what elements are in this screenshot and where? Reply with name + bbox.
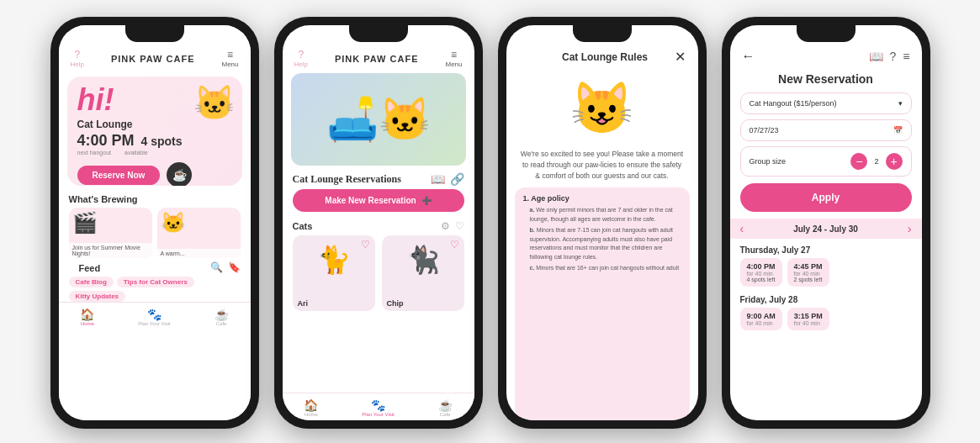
p2-room-image: 🛋️🐱 xyxy=(291,73,466,166)
p1-cats-decoration: 🐱 xyxy=(193,83,236,123)
book-icon: 📖 xyxy=(431,172,445,186)
phone-1: ? Help PINK PAW CAFE ≡ Menu 🐱 hi! Cat Lo… xyxy=(50,17,259,429)
p1-spots: 4 spots xyxy=(141,134,183,148)
slot-fri-2[interactable]: 3:15 PM for 40 min xyxy=(787,308,829,330)
thursday-slots: 4:00 PM for 40 min 4 spots left 4:45 PM … xyxy=(740,258,912,287)
p2-cats-header: Cats ⚙ ♡ xyxy=(283,219,474,235)
tag-tips[interactable]: Tips for Cat Owners xyxy=(117,277,194,287)
p1-brewing-title: What's Brewing xyxy=(59,189,251,208)
p4-thursday-section: Thursday, July 27 4:00 PM for 40 min 4 s… xyxy=(730,242,922,292)
cat-ari-name: Ari xyxy=(298,299,309,308)
p1-help: ? Help xyxy=(71,49,84,68)
p1-reserve-row: Reserve Now ☕ xyxy=(77,162,232,186)
p4-new-reservation-title: New Reservation xyxy=(730,69,922,92)
slot-thu-2[interactable]: 4:45 PM for 40 min 2 spots left xyxy=(787,258,829,287)
group-size-value: 2 xyxy=(874,157,878,166)
p4-friday-section: Friday, July 28 9:00 AM for 40 min 3:15 … xyxy=(730,292,922,335)
brewing-card-1: 🎬 Join us for Summer Movie Nights! xyxy=(69,208,152,258)
p2-nav-plan[interactable]: 🐾 Plan Your Visit xyxy=(362,398,395,417)
p2-title: PINK PAW CAFE xyxy=(335,54,419,64)
p1-hero: 🐱 hi! Cat Lounge 4:00 PM 4 spots next ha… xyxy=(67,76,242,186)
calendar-icon: 📅 xyxy=(893,126,903,134)
phone-4: ← 📖 ? ≡ New Reservation Cat Hangout ($15… xyxy=(722,17,930,429)
p1-nav-cafe[interactable]: ☕ Cafe xyxy=(215,308,229,326)
p2-cats-grid: 🐈 ♡ Ari 🐈‍⬛ ♡ Chip xyxy=(283,235,474,311)
make-new-reservation-button[interactable]: Make New Reservation ➕ xyxy=(293,189,464,212)
search-icon[interactable]: 🔍 xyxy=(210,261,223,273)
chevron-down-icon: ▾ xyxy=(898,99,903,108)
p4-header-icons: 📖 ? ≡ xyxy=(869,50,910,63)
p3-rule-c: c. Minors that are 16+ can join cat hang… xyxy=(530,264,681,273)
p4-date-field[interactable]: 07/27/23 📅 xyxy=(740,119,912,141)
p1-sub1: next hangout xyxy=(77,150,111,156)
p3-rules-section: 1. Age policy a. We only permit minors t… xyxy=(515,187,690,420)
home-icon-2: 🏠 xyxy=(304,398,318,412)
menu-icon-p4[interactable]: ≡ xyxy=(903,50,909,63)
home-icon: 🏠 xyxy=(80,308,94,321)
next-week-button[interactable]: › xyxy=(908,222,912,235)
p2-cats-icons: ⚙ ♡ xyxy=(441,220,464,232)
phones-container: ? Help PINK PAW CAFE ≡ Menu 🐱 hi! Cat Lo… xyxy=(34,0,947,443)
slot-fri-1[interactable]: 9:00 AM for 40 min xyxy=(740,308,782,330)
plus-icon: ➕ xyxy=(421,196,432,205)
p1-menu: ≡ Menu xyxy=(221,49,238,68)
cat-card-chip[interactable]: 🐈‍⬛ ♡ Chip xyxy=(382,235,464,311)
bookmark-icon[interactable]: 🔖 xyxy=(228,261,241,273)
cafe-icon-2: ☕ xyxy=(438,398,453,412)
cafe-nav-icon: ☕ xyxy=(215,308,229,321)
p2-bottom-nav: 🏠 Home 🐾 Plan Your Visit ☕ Cafe xyxy=(283,393,474,420)
reserve-now-button[interactable]: Reserve Now xyxy=(77,166,161,185)
slot-thu-1[interactable]: 4:00 PM for 40 min 4 spots left xyxy=(740,258,782,287)
p1-feed-tags: Cafe Blog Tips for Cat Owners Kitty Upda… xyxy=(59,277,251,302)
p2-cats-label: Cats xyxy=(293,221,313,231)
cat-chip-image: 🐈‍⬛ xyxy=(406,244,440,276)
filter-icon[interactable]: ⚙ xyxy=(441,220,450,232)
p2-menu: ≡ Menu xyxy=(445,49,462,68)
p1-time: 4:00 PM xyxy=(77,132,135,150)
p1-feed-row: Feed 🔍 🔖 xyxy=(59,258,251,277)
p4-group-size-field: Group size − 2 + xyxy=(740,146,912,177)
thursday-label: Thursday, July 27 xyxy=(740,245,912,255)
p2-section-icons: 📖 🔗 xyxy=(431,172,464,186)
increment-button[interactable]: + xyxy=(886,153,903,170)
p2-nav-cafe[interactable]: ☕ Cafe xyxy=(438,398,453,417)
share-icon: 🔗 xyxy=(450,172,464,186)
p1-time-row: 4:00 PM 4 spots xyxy=(77,132,232,150)
prev-week-button[interactable]: ‹ xyxy=(740,222,744,235)
notch-1 xyxy=(125,25,184,42)
cat-ari-image: 🐈 xyxy=(317,244,351,276)
p2-nav-home[interactable]: 🏠 Home xyxy=(304,398,318,417)
help-icon-p4[interactable]: ? xyxy=(890,50,897,63)
group-size-stepper: − 2 + xyxy=(850,153,902,170)
p1-nav-plan[interactable]: 🐾 Plan Your Visit xyxy=(138,308,171,326)
phone-3: Cat Lounge Rules ✕ 😺 We're so excited to… xyxy=(498,17,707,429)
cat-chip-heart[interactable]: ♡ xyxy=(450,239,459,251)
close-button[interactable]: ✕ xyxy=(675,49,686,65)
back-button[interactable]: ← xyxy=(742,49,755,64)
p3-rule-title-age: 1. Age policy xyxy=(523,194,681,203)
tag-cafe-blog[interactable]: Cafe Blog xyxy=(69,277,114,287)
cat-chip-name: Chip xyxy=(387,299,404,308)
p1-feed-title: Feed xyxy=(69,260,111,275)
brewing-card-2: 🐱 A warm... xyxy=(157,208,241,258)
week-label: July 24 - July 30 xyxy=(793,224,858,234)
cafe-icon: ☕ xyxy=(167,162,192,186)
cat-card-ari[interactable]: 🐈 ♡ Ari xyxy=(293,235,375,311)
friday-slots: 9:00 AM for 40 min 3:15 PM for 40 min xyxy=(740,308,912,330)
p3-cat-image: 😺 xyxy=(506,70,698,145)
decrement-button[interactable]: − xyxy=(850,153,867,170)
apply-button[interactable]: Apply xyxy=(740,183,912,212)
brewing-text-1: Join us for Summer Movie Nights! xyxy=(69,243,152,258)
p1-nav-home[interactable]: 🏠 Home xyxy=(80,308,94,326)
p1-title: PINK PAW CAFE xyxy=(111,54,195,64)
phone-2: ? Help PINK PAW CAFE ≡ Menu 🛋️🐱 Cat Loun… xyxy=(274,17,483,429)
book-icon-p4[interactable]: 📖 xyxy=(869,50,883,63)
p3-intro-text: We're so excited to see you! Please take… xyxy=(506,145,698,187)
tag-kitty[interactable]: Kitty Updates xyxy=(69,291,126,302)
brewing-emoji-1: 🎬 xyxy=(72,211,98,235)
notch-3 xyxy=(573,25,632,42)
cat-ari-heart[interactable]: ♡ xyxy=(361,239,370,251)
p4-type-select[interactable]: Cat Hangout ($15/person) ▾ xyxy=(740,92,912,114)
heart-icon[interactable]: ♡ xyxy=(455,220,464,232)
p4-week-nav: ‹ July 24 - July 30 › xyxy=(730,219,922,239)
